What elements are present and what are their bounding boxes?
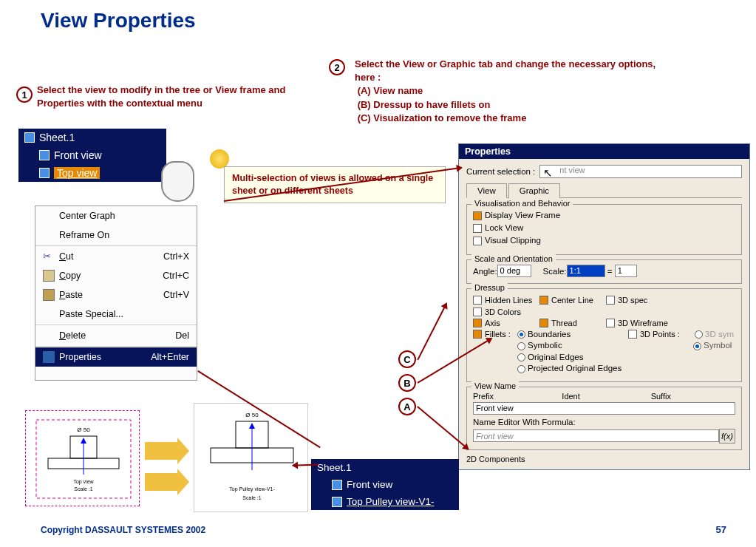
svg-marker-5 — [81, 438, 86, 444]
chk-3d-points[interactable] — [628, 330, 637, 339]
drawing-2: Ø 50 Top Pulley view-V1- Scale :1 — [194, 404, 309, 513]
arrow-c-to-vis — [417, 303, 446, 360]
tab-graphic[interactable]: Graphic — [508, 183, 560, 198]
thumbnail-1: Ø 50 Top view Scale :1 — [25, 410, 140, 506]
svg-text:Ø 50: Ø 50 — [77, 427, 90, 433]
visualisation-label: Visualisation and Behavior — [471, 199, 573, 208]
tab-view[interactable]: View — [466, 183, 507, 198]
step-2-intro: Select the View or Graphic tab and chang… — [355, 58, 655, 83]
cursel-input[interactable]: ↖ nt view — [539, 165, 742, 178]
chk-visual-clipping[interactable] — [473, 237, 482, 245]
dressup-label: Dressup — [471, 283, 508, 292]
radio-boundaries[interactable] — [517, 330, 525, 339]
col-suffix: Suffix — [651, 392, 735, 401]
viewname-group: View Name Prefix Ident Suffix Name Edito… — [466, 387, 742, 450]
view-icon — [332, 497, 342, 507]
arrow-2 — [145, 473, 179, 491]
sheet-icon — [24, 132, 35, 143]
chk-thread[interactable] — [539, 319, 548, 327]
copy-icon — [43, 270, 55, 282]
properties-titlebar: Properties — [459, 144, 749, 159]
radio-3d-sym[interactable] — [695, 330, 703, 339]
dressup-group: Dressup Hidden Lines Center Line 3D spec… — [466, 288, 742, 382]
scale-input[interactable] — [567, 265, 605, 277]
ctx-cut[interactable]: ✂CutCtrl+X — [35, 247, 197, 266]
svg-text:Ø 50: Ø 50 — [245, 412, 259, 418]
chk-lock-view[interactable] — [473, 224, 482, 233]
step-1-text: Select the view to modify in the tree or… — [37, 84, 303, 110]
tree2-pulleyview[interactable]: Top Pulley view-V1- — [311, 493, 459, 510]
formula-input[interactable] — [473, 429, 719, 442]
svg-text:Scale :1: Scale :1 — [74, 486, 92, 492]
mouse-icon — [161, 161, 194, 202]
step-2-text: Select the View or Graphic tab and chang… — [355, 58, 665, 125]
cursor-icon: ↖ — [543, 166, 553, 180]
viewname-input[interactable] — [473, 402, 735, 415]
context-menu: Center Graph Reframe On ✂CutCtrl+X CopyC… — [35, 205, 197, 381]
tree2-sheet[interactable]: Sheet.1 — [311, 459, 459, 476]
chk-3d-spec[interactable] — [606, 296, 615, 305]
step-2-line-a: (A) View name — [358, 85, 423, 96]
ctx-center-graph[interactable]: Center Graph — [35, 206, 197, 225]
arrow-1 — [145, 442, 179, 460]
ctx-paste-special[interactable]: Paste Special... — [35, 305, 197, 324]
view-icon — [332, 480, 342, 490]
view-icon — [39, 168, 50, 178]
step-1-badge: 1 — [16, 86, 33, 103]
svg-marker-12 — [249, 423, 255, 429]
scale-label: Scale and Orientation — [471, 254, 556, 263]
ctx-reframe-on[interactable]: Reframe On — [35, 225, 197, 245]
col-prefix: Prefix — [473, 392, 557, 401]
step-2-line-c: (C) Visualization to remove the frame — [358, 112, 527, 123]
formula-label: Name Editor With Formula: — [473, 418, 735, 427]
ctx-paste[interactable]: PasteCtrl+V — [35, 285, 197, 305]
fx-button[interactable]: f(x) — [719, 429, 735, 444]
angle-input[interactable] — [497, 265, 531, 277]
ctx-delete[interactable]: DeleteDel — [35, 326, 197, 345]
model-tree: Sheet.1 Front view Top view — [18, 129, 166, 182]
chk-hidden-lines[interactable] — [473, 296, 482, 305]
ctx-properties[interactable]: PropertiesAlt+Enter — [35, 347, 197, 367]
svg-text:Scale :1: Scale :1 — [242, 495, 261, 500]
chk-fillets[interactable] — [473, 330, 482, 339]
ctx-copy[interactable]: CopyCtrl+C — [35, 266, 197, 285]
viewname-label: View Name — [471, 381, 519, 390]
radio-symbol[interactable] — [693, 342, 701, 350]
letter-c: C — [398, 350, 416, 368]
cursel-label: Current selection : — [466, 167, 535, 176]
col-ident: Ident — [562, 392, 646, 401]
chk-display-frame[interactable] — [473, 211, 482, 220]
chk-3d-colors[interactable] — [473, 308, 482, 316]
2d-components: 2D Components — [466, 455, 742, 463]
page-number: 57 — [716, 524, 726, 535]
scale-group: Scale and Orientation Angle: Scale: = — [466, 259, 742, 284]
radio-original-edges[interactable] — [517, 353, 525, 361]
tree-sheet-row[interactable]: Sheet.1 — [18, 129, 166, 146]
thumbnail-2: Ø 50 Top Pulley view-V1- Scale :1 — [194, 403, 308, 512]
svg-text:Top Pulley view-V1-: Top Pulley view-V1- — [229, 486, 275, 492]
svg-text:Top view: Top view — [73, 479, 94, 485]
scale-one[interactable] — [615, 265, 637, 277]
view-icon — [39, 150, 50, 160]
tree2-frontview[interactable]: Front view — [311, 476, 459, 493]
footer-copyright: Copyright DASSAULT SYSTEMES 2002 — [41, 525, 205, 535]
properties-icon — [43, 351, 55, 363]
scissors-icon: ✂ — [43, 251, 55, 262]
letter-b: B — [398, 374, 416, 392]
step-2-line-b: (B) Dressup to have fillets on — [358, 99, 491, 110]
radio-symbolic[interactable] — [517, 342, 525, 350]
tree-topview-row[interactable]: Top view — [18, 164, 166, 182]
visualisation-group: Visualisation and Behavior Display View … — [466, 204, 742, 255]
properties-dialog: Properties Current selection : ↖ nt view… — [458, 143, 750, 470]
letter-a: A — [398, 398, 416, 415]
radio-projected-edges[interactable] — [517, 365, 525, 373]
drawing-1: Ø 50 Top view Scale :1 — [26, 411, 140, 507]
tabs: View Graphic — [466, 183, 742, 198]
chk-axis[interactable] — [473, 319, 482, 327]
tree-frontview-row[interactable]: Front view — [18, 146, 166, 164]
chk-3d-wireframe[interactable] — [606, 319, 615, 327]
model-tree-2: Sheet.1 Front view Top Pulley view-V1- — [311, 459, 459, 510]
paste-icon — [43, 289, 55, 301]
step-2-badge: 2 — [329, 59, 345, 75]
chk-center-line[interactable] — [539, 296, 548, 305]
